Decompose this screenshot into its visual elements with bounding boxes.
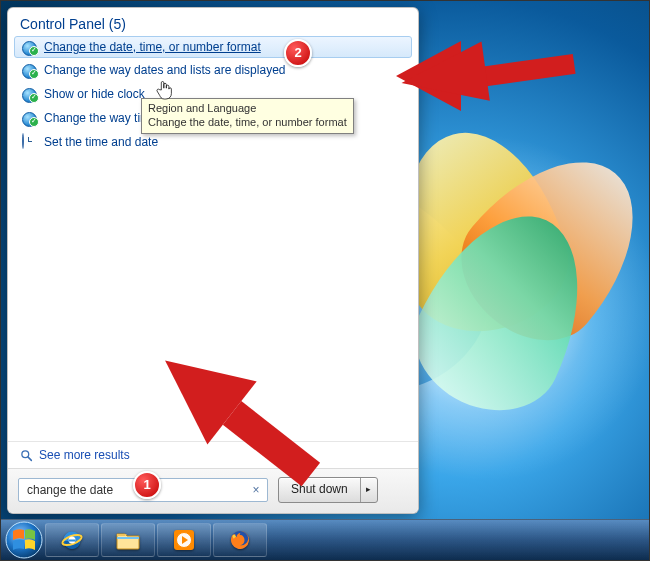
clear-search-button[interactable]: ×: [249, 483, 263, 497]
start-menu: Control Panel (5) Change the date, time,…: [7, 7, 419, 514]
region-icon: [22, 110, 38, 126]
results-header: Control Panel (5): [8, 8, 418, 36]
shutdown-menu-arrow[interactable]: ▸: [361, 478, 377, 502]
result-change-date-time-number-format[interactable]: Change the date, time, or number format: [14, 36, 412, 58]
ie-icon: [61, 529, 83, 551]
folder-icon: [116, 530, 140, 550]
annotation-badge-2: 2: [284, 39, 312, 67]
annotation-badge-1: 1: [133, 471, 161, 499]
result-label: Change the way dates and lists are displ…: [44, 63, 285, 77]
see-more-results-link[interactable]: See more results: [8, 441, 418, 468]
firefox-icon: [229, 529, 251, 551]
start-menu-footer: × Shut down ▸: [8, 468, 418, 513]
windows-orb-icon: [4, 520, 44, 560]
tooltip-title: Region and Language: [148, 102, 347, 116]
taskbar-media-player[interactable]: [157, 523, 211, 557]
result-set-time-and-date[interactable]: Set the time and date: [14, 130, 412, 154]
result-label: Set the time and date: [44, 135, 158, 149]
wmp-icon: [173, 529, 195, 551]
clock-icon: [22, 134, 38, 150]
result-change-dates-lists-display[interactable]: Change the way dates and lists are displ…: [14, 58, 412, 82]
taskbar-explorer[interactable]: [101, 523, 155, 557]
results-list: Change the date, time, or number format …: [8, 36, 418, 441]
search-icon: [20, 449, 33, 462]
svg-line-1: [28, 457, 31, 460]
region-icon: [22, 62, 38, 78]
start-button[interactable]: [3, 519, 45, 561]
taskbar-internet-explorer[interactable]: [45, 523, 99, 557]
region-icon: [22, 39, 38, 55]
result-label: Change the date, time, or number format: [44, 40, 261, 54]
shutdown-button[interactable]: Shut down: [279, 478, 361, 502]
svg-rect-6: [69, 540, 76, 542]
result-label: Show or hide clock: [44, 87, 145, 101]
see-more-label: See more results: [39, 448, 130, 462]
taskbar-firefox[interactable]: [213, 523, 267, 557]
taskbar: [1, 519, 649, 560]
tooltip-subtitle: Change the date, time, or number format: [148, 116, 347, 130]
shutdown-split-button[interactable]: Shut down ▸: [278, 477, 378, 503]
region-icon: [22, 86, 38, 102]
tooltip: Region and Language Change the date, tim…: [141, 98, 354, 134]
